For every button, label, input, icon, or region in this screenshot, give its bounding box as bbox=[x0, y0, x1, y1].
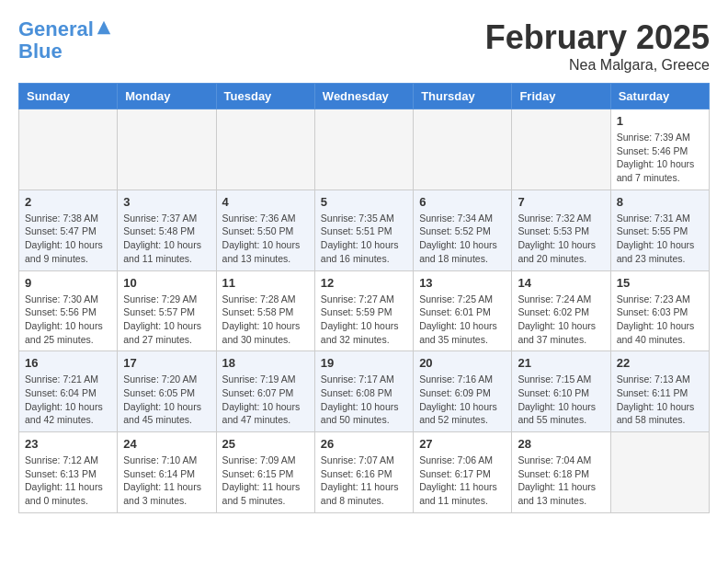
day-number: 23 bbox=[25, 437, 111, 451]
day-number: 4 bbox=[222, 195, 309, 209]
svg-marker-0 bbox=[97, 21, 110, 34]
day-number: 13 bbox=[419, 276, 506, 290]
calendar-cell: 22Sunrise: 7:13 AM Sunset: 6:11 PM Dayli… bbox=[610, 351, 709, 432]
calendar-cell: 12Sunrise: 7:27 AM Sunset: 5:59 PM Dayli… bbox=[314, 270, 413, 351]
location: Nea Malgara, Greece bbox=[485, 57, 710, 74]
calendar-cell: 26Sunrise: 7:07 AM Sunset: 6:16 PM Dayli… bbox=[314, 432, 413, 513]
title-block: February 2025 Nea Malgara, Greece bbox=[485, 18, 710, 74]
day-number: 19 bbox=[321, 356, 407, 370]
day-info: Sunrise: 7:09 AM Sunset: 6:15 PM Dayligh… bbox=[222, 454, 309, 508]
day-number: 6 bbox=[419, 195, 506, 209]
week-row-3: 9Sunrise: 7:30 AM Sunset: 5:56 PM Daylig… bbox=[19, 270, 710, 351]
day-info: Sunrise: 7:04 AM Sunset: 6:18 PM Dayligh… bbox=[518, 454, 604, 508]
calendar-cell: 18Sunrise: 7:19 AM Sunset: 6:07 PM Dayli… bbox=[216, 351, 314, 432]
calendar-cell: 17Sunrise: 7:20 AM Sunset: 6:05 PM Dayli… bbox=[118, 351, 216, 432]
day-info: Sunrise: 7:29 AM Sunset: 5:57 PM Dayligh… bbox=[123, 293, 210, 347]
calendar-cell: 23Sunrise: 7:12 AM Sunset: 6:13 PM Dayli… bbox=[19, 432, 118, 513]
day-number: 1 bbox=[617, 114, 703, 128]
day-number: 5 bbox=[321, 195, 407, 209]
day-info: Sunrise: 7:36 AM Sunset: 5:50 PM Dayligh… bbox=[222, 212, 309, 266]
week-row-2: 2Sunrise: 7:38 AM Sunset: 5:47 PM Daylig… bbox=[19, 190, 710, 270]
day-number: 25 bbox=[222, 437, 309, 451]
weekday-wednesday: Wednesday bbox=[314, 84, 413, 109]
day-number: 11 bbox=[222, 276, 309, 290]
day-number: 10 bbox=[123, 276, 210, 290]
day-info: Sunrise: 7:25 AM Sunset: 6:01 PM Dayligh… bbox=[419, 293, 506, 347]
calendar-cell bbox=[216, 109, 314, 190]
calendar-cell: 21Sunrise: 7:15 AM Sunset: 6:10 PM Dayli… bbox=[512, 351, 610, 432]
calendar-cell: 19Sunrise: 7:17 AM Sunset: 6:08 PM Dayli… bbox=[314, 351, 413, 432]
calendar-cell bbox=[19, 109, 118, 190]
day-number: 12 bbox=[321, 276, 407, 290]
calendar-table: SundayMondayTuesdayWednesdayThursdayFrid… bbox=[18, 83, 710, 513]
page-header: General Blue February 2025 Nea Malgara, … bbox=[18, 18, 710, 74]
day-info: Sunrise: 7:30 AM Sunset: 5:56 PM Dayligh… bbox=[25, 293, 111, 347]
calendar-cell: 3Sunrise: 7:37 AM Sunset: 5:48 PM Daylig… bbox=[118, 190, 216, 270]
day-info: Sunrise: 7:28 AM Sunset: 5:58 PM Dayligh… bbox=[222, 293, 309, 347]
calendar-cell: 7Sunrise: 7:32 AM Sunset: 5:53 PM Daylig… bbox=[512, 190, 610, 270]
calendar-cell: 16Sunrise: 7:21 AM Sunset: 6:04 PM Dayli… bbox=[19, 351, 118, 432]
day-number: 18 bbox=[222, 356, 309, 370]
weekday-sunday: Sunday bbox=[19, 84, 118, 109]
calendar-cell: 13Sunrise: 7:25 AM Sunset: 6:01 PM Dayli… bbox=[414, 270, 512, 351]
day-info: Sunrise: 7:15 AM Sunset: 6:10 PM Dayligh… bbox=[518, 373, 604, 427]
weekday-friday: Friday bbox=[512, 84, 610, 109]
day-info: Sunrise: 7:17 AM Sunset: 6:08 PM Dayligh… bbox=[321, 373, 407, 427]
calendar-cell: 1Sunrise: 7:39 AM Sunset: 5:46 PM Daylig… bbox=[610, 109, 709, 190]
calendar-cell: 27Sunrise: 7:06 AM Sunset: 6:17 PM Dayli… bbox=[414, 432, 512, 513]
day-info: Sunrise: 7:21 AM Sunset: 6:04 PM Dayligh… bbox=[25, 373, 111, 427]
weekday-header-row: SundayMondayTuesdayWednesdayThursdayFrid… bbox=[19, 84, 710, 109]
logo-text: General bbox=[18, 18, 94, 40]
day-number: 7 bbox=[518, 195, 604, 209]
calendar-cell: 6Sunrise: 7:34 AM Sunset: 5:52 PM Daylig… bbox=[414, 190, 512, 270]
day-number: 27 bbox=[419, 437, 506, 451]
calendar-cell: 5Sunrise: 7:35 AM Sunset: 5:51 PM Daylig… bbox=[314, 190, 413, 270]
calendar-cell: 24Sunrise: 7:10 AM Sunset: 6:14 PM Dayli… bbox=[118, 432, 216, 513]
day-info: Sunrise: 7:20 AM Sunset: 6:05 PM Dayligh… bbox=[123, 373, 210, 427]
calendar-cell bbox=[512, 109, 610, 190]
calendar-cell: 4Sunrise: 7:36 AM Sunset: 5:50 PM Daylig… bbox=[216, 190, 314, 270]
day-info: Sunrise: 7:32 AM Sunset: 5:53 PM Dayligh… bbox=[518, 212, 604, 266]
month-title: February 2025 bbox=[485, 18, 710, 57]
day-number: 15 bbox=[617, 276, 703, 290]
day-number: 14 bbox=[518, 276, 604, 290]
day-info: Sunrise: 7:10 AM Sunset: 6:14 PM Dayligh… bbox=[123, 454, 210, 508]
day-number: 16 bbox=[25, 356, 111, 370]
calendar-cell: 9Sunrise: 7:30 AM Sunset: 5:56 PM Daylig… bbox=[19, 270, 118, 351]
day-info: Sunrise: 7:07 AM Sunset: 6:16 PM Dayligh… bbox=[321, 454, 407, 508]
day-number: 3 bbox=[123, 195, 210, 209]
calendar-cell: 10Sunrise: 7:29 AM Sunset: 5:57 PM Dayli… bbox=[118, 270, 216, 351]
day-info: Sunrise: 7:35 AM Sunset: 5:51 PM Dayligh… bbox=[321, 212, 407, 266]
calendar-cell: 20Sunrise: 7:16 AM Sunset: 6:09 PM Dayli… bbox=[414, 351, 512, 432]
day-info: Sunrise: 7:31 AM Sunset: 5:55 PM Dayligh… bbox=[617, 212, 703, 266]
logo-blue-text: Blue bbox=[18, 40, 112, 63]
week-row-5: 23Sunrise: 7:12 AM Sunset: 6:13 PM Dayli… bbox=[19, 432, 710, 513]
weekday-saturday: Saturday bbox=[610, 84, 709, 109]
week-row-1: 1Sunrise: 7:39 AM Sunset: 5:46 PM Daylig… bbox=[19, 109, 710, 190]
calendar-cell: 2Sunrise: 7:38 AM Sunset: 5:47 PM Daylig… bbox=[19, 190, 118, 270]
day-info: Sunrise: 7:27 AM Sunset: 5:59 PM Dayligh… bbox=[321, 293, 407, 347]
calendar-cell bbox=[314, 109, 413, 190]
day-number: 2 bbox=[25, 195, 111, 209]
day-info: Sunrise: 7:37 AM Sunset: 5:48 PM Dayligh… bbox=[123, 212, 210, 266]
logo: General Blue bbox=[18, 18, 112, 63]
weekday-thursday: Thursday bbox=[414, 84, 512, 109]
calendar-cell bbox=[610, 432, 709, 513]
logo-icon bbox=[96, 19, 112, 36]
calendar-cell: 11Sunrise: 7:28 AM Sunset: 5:58 PM Dayli… bbox=[216, 270, 314, 351]
day-info: Sunrise: 7:16 AM Sunset: 6:09 PM Dayligh… bbox=[419, 373, 506, 427]
day-info: Sunrise: 7:34 AM Sunset: 5:52 PM Dayligh… bbox=[419, 212, 506, 266]
day-number: 9 bbox=[25, 276, 111, 290]
day-number: 20 bbox=[419, 356, 506, 370]
calendar-cell: 28Sunrise: 7:04 AM Sunset: 6:18 PM Dayli… bbox=[512, 432, 610, 513]
calendar-cell: 15Sunrise: 7:23 AM Sunset: 6:03 PM Dayli… bbox=[610, 270, 709, 351]
day-info: Sunrise: 7:23 AM Sunset: 6:03 PM Dayligh… bbox=[617, 293, 703, 347]
weekday-monday: Monday bbox=[118, 84, 216, 109]
day-info: Sunrise: 7:39 AM Sunset: 5:46 PM Dayligh… bbox=[617, 131, 703, 185]
day-number: 28 bbox=[518, 437, 604, 451]
calendar-cell bbox=[414, 109, 512, 190]
calendar-cell: 25Sunrise: 7:09 AM Sunset: 6:15 PM Dayli… bbox=[216, 432, 314, 513]
day-number: 24 bbox=[123, 437, 210, 451]
day-info: Sunrise: 7:12 AM Sunset: 6:13 PM Dayligh… bbox=[25, 454, 111, 508]
weekday-tuesday: Tuesday bbox=[216, 84, 314, 109]
